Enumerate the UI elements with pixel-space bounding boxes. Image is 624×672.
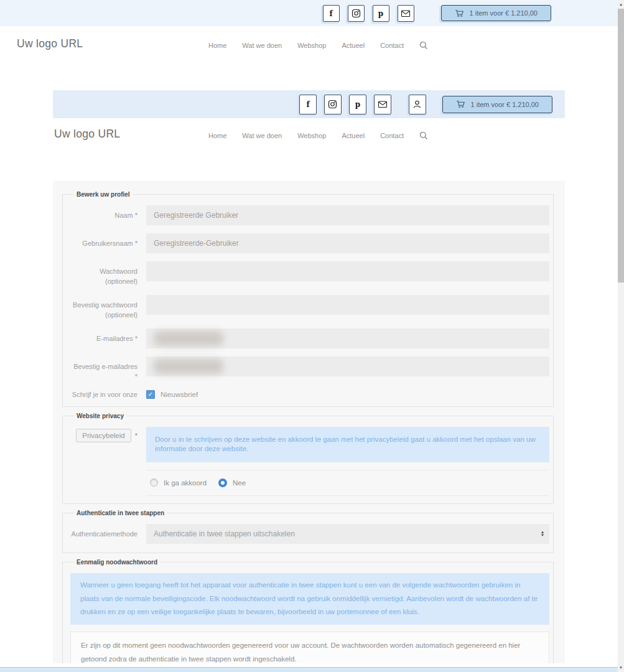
privacy-policy-cell: Privacybeleid * <box>70 427 137 442</box>
svg-text:f: f <box>329 9 333 18</box>
cart-label: 1 item voor € 1.210,00 <box>471 101 539 108</box>
name-input[interactable] <box>146 205 549 225</box>
form-row-name: Naam * <box>70 205 549 225</box>
name-label: Naam * <box>70 205 137 221</box>
edit-profile-legend: Bewerk uw profiel <box>74 191 133 198</box>
two-factor-fieldset: Authenticatie in twee stappen Authentica… <box>62 510 554 553</box>
email-link[interactable] <box>398 5 414 22</box>
website-privacy-fieldset: Website privacy Privacybeleid * Door u i… <box>62 413 554 504</box>
cart-button[interactable]: 1 item voor € 1.210,00 <box>441 5 551 21</box>
facebook-link[interactable]: f <box>323 5 340 22</box>
facebook-icon: f <box>305 100 311 109</box>
nav-item-actueel[interactable]: Actueel <box>342 132 365 139</box>
nav-item-contact[interactable]: Contact <box>380 42 404 49</box>
facebook-icon: f <box>328 9 334 18</box>
nav-item-webshop[interactable]: Webshop <box>297 42 326 49</box>
auth-method-label: Authenticatiemethode <box>70 524 137 539</box>
emergency-status: Er zijn op dit moment geen noodwachtwoor… <box>70 632 549 663</box>
confirm-password-label: Bevestig wachtwoord (optioneel) <box>70 295 137 320</box>
edit-profile-fieldset: Bewerk uw profiel Naam * Gebruikersnaam … <box>62 191 554 407</box>
decline-radio-label: Nee <box>233 479 246 487</box>
profile-panel: Bewerk uw profiel Naam * Gebruikersnaam … <box>53 180 565 663</box>
password-label: Wachtwoord (optioneel) <box>70 261 137 287</box>
svg-text:p: p <box>355 100 360 109</box>
person-icon <box>412 100 422 109</box>
password-input[interactable] <box>146 261 549 281</box>
scroll-down-icon[interactable]: ▼ <box>618 663 624 672</box>
newsletter-row: Schrijf je in voor onze ✓ Nieuwsbrief <box>70 390 549 399</box>
check-icon: ✓ <box>148 391 153 398</box>
email-input[interactable] <box>146 329 549 348</box>
privacy-policy-button[interactable]: Privacybeleid <box>76 429 131 442</box>
account-link[interactable] <box>409 95 426 114</box>
scroll-up-icon[interactable]: ▲ <box>618 0 624 9</box>
scrollbar-thumb[interactable] <box>618 9 624 282</box>
newsletter-checkbox-label: Nieuwsbrief <box>161 391 198 398</box>
form-row-username: Gebruikersnaam * <box>70 233 549 253</box>
pinterest-icon: p <box>378 9 384 18</box>
cart-icon <box>456 100 466 108</box>
bottom-accent-bar <box>0 667 618 672</box>
search-icon[interactable] <box>419 131 428 140</box>
instagram-link[interactable] <box>348 5 365 22</box>
two-factor-legend: Authenticatie in twee stappen <box>74 510 167 516</box>
nav-item-home[interactable]: Home <box>208 42 226 49</box>
confirm-email-input[interactable] <box>146 357 549 376</box>
emergency-notice: Wanneer u geen toegang heeft tot het app… <box>70 573 549 625</box>
mail-icon <box>378 100 388 108</box>
cart-icon <box>455 9 465 17</box>
select-updown-icon: ▲ ▼ <box>541 531 544 537</box>
username-label: Gebruikersnaam * <box>70 233 137 249</box>
pinterest-link[interactable]: p <box>349 95 366 114</box>
cart-label: 1 item voor € 1.210,00 <box>470 9 538 17</box>
main-nav: Home Wat we doen Webshop Actueel Contact <box>208 41 428 50</box>
site-logo[interactable]: Uw logo URL <box>54 128 120 141</box>
site-logo[interactable]: Uw logo URL <box>17 37 83 50</box>
svg-text:f: f <box>306 100 310 109</box>
privacy-policy-row: Privacybeleid * Door u in te schrijven o… <box>70 427 549 462</box>
email-link[interactable] <box>374 95 391 114</box>
search-icon[interactable] <box>419 41 428 50</box>
newsletter-label: Schrijf je in voor onze <box>70 391 137 398</box>
pinterest-link[interactable]: p <box>373 5 389 22</box>
nav-item-wat-we-doen[interactable]: Wat we doen <box>242 132 282 139</box>
email-label: E-mailadres * <box>70 329 137 344</box>
nav-item-actueel[interactable]: Actueel <box>342 42 365 49</box>
website-privacy-legend: Website privacy <box>74 413 126 419</box>
confirm-email-field-wrap <box>146 357 549 376</box>
nav-item-wat-we-doen[interactable]: Wat we doen <box>242 42 282 49</box>
cart-button[interactable]: 1 item voor € 1.210,00 <box>442 96 552 113</box>
facebook-link[interactable]: f <box>299 95 317 114</box>
preview-top-bar: f p 1 item voor € 1.210,00 <box>53 90 565 118</box>
auth-method-selected-option: Authenticatie in twee stappen uitschakel… <box>154 530 295 538</box>
emergency-password-fieldset: Eenmalig noodwachtwoord Wanneer u geen t… <box>62 559 554 663</box>
emergency-password-legend: Eenmalig noodwachtwoord <box>74 559 160 566</box>
privacy-notice: Door u in te schrijven op deze website e… <box>146 427 549 462</box>
instagram-link[interactable] <box>324 95 342 114</box>
top-bar: f p 1 item voor € 1.210,00 <box>0 0 618 26</box>
auth-method-select[interactable]: Authenticatie in twee stappen uitschakel… <box>146 524 549 544</box>
nav-item-contact[interactable]: Contact <box>380 132 404 139</box>
nav-item-webshop[interactable]: Webshop <box>297 132 326 139</box>
form-row-confirm-email: Bevestig e-mailadres * <box>70 357 549 382</box>
agree-radio[interactable] <box>150 478 158 487</box>
form-row-email: E-mailadres * <box>70 329 549 348</box>
form-row-password: Wachtwoord (optioneel) <box>70 261 549 287</box>
required-mark: * <box>135 429 137 439</box>
pinterest-icon: p <box>355 100 361 109</box>
scrollbar-track[interactable]: ▲ ▼ <box>618 0 624 672</box>
form-row-confirm-password: Bevestig wachtwoord (optioneel) <box>70 295 549 320</box>
newsletter-checkbox[interactable]: ✓ <box>146 390 155 399</box>
instagram-icon <box>328 100 337 109</box>
confirm-email-label: Bevestig e-mailadres * <box>70 357 137 382</box>
mail-icon <box>401 9 411 17</box>
nav-item-home[interactable]: Home <box>208 132 226 139</box>
username-input[interactable] <box>146 233 549 253</box>
decline-radio[interactable] <box>218 478 227 487</box>
instagram-icon <box>352 9 361 18</box>
auth-method-row: Authenticatiemethode Authenticatie in tw… <box>70 524 549 544</box>
confirm-password-input[interactable] <box>146 295 549 315</box>
privacy-choice-row: Ik ga akkoord Nee <box>146 470 549 496</box>
email-field-wrap <box>146 329 549 348</box>
preview-main-nav: Home Wat we doen Webshop Actueel Contact <box>208 131 428 140</box>
